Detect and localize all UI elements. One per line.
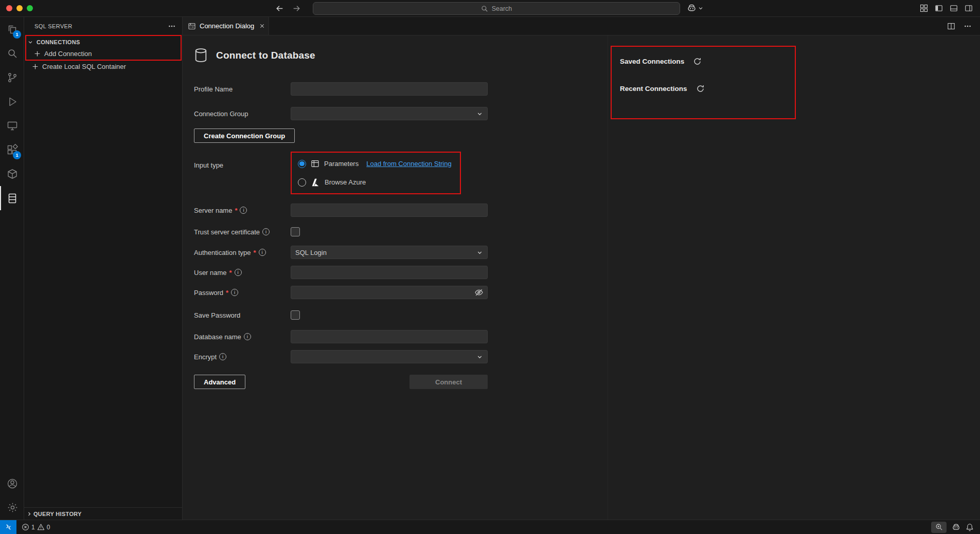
copilot-icon[interactable] (952, 523, 960, 531)
create-connection-group-row: Create Connection Group (194, 128, 608, 143)
chevron-down-icon (476, 354, 483, 360)
dropdown-value: SQL Login (295, 249, 476, 256)
close-window-button[interactable] (6, 5, 12, 11)
bell-icon[interactable] (966, 523, 974, 531)
create-connection-group-button[interactable]: Create Connection Group (194, 128, 295, 143)
required-marker: * (226, 289, 228, 297)
minimize-window-button[interactable] (16, 5, 23, 11)
database-name-input[interactable] (291, 330, 488, 343)
info-icon[interactable]: i (262, 228, 270, 235)
close-icon[interactable] (258, 22, 266, 30)
history-navigation (275, 4, 301, 13)
advanced-button[interactable]: Advanced (194, 375, 245, 389)
connection-form: Connect to Database Profile Name Connect… (183, 35, 608, 520)
profile-name-input[interactable] (291, 82, 488, 96)
server-name-row: Server name * i (194, 204, 608, 217)
info-icon[interactable]: i (259, 249, 266, 256)
run-debug-activity-button[interactable] (0, 89, 24, 114)
server-name-input[interactable] (291, 204, 488, 217)
warning-icon (37, 523, 45, 531)
search-icon (481, 5, 488, 12)
save-password-checkbox[interactable] (291, 310, 300, 320)
zoom-button[interactable] (931, 522, 947, 533)
more-actions-icon[interactable] (964, 22, 972, 30)
more-actions-icon[interactable] (168, 22, 176, 30)
forward-icon[interactable] (292, 4, 301, 13)
info-icon[interactable]: i (219, 353, 226, 360)
authentication-type-row: Authentication type * i SQL Login (194, 246, 608, 259)
settings-activity-button[interactable] (0, 495, 24, 520)
browse-azure-option-row: Browse Azure (298, 175, 454, 189)
info-icon[interactable]: i (231, 289, 238, 296)
explorer-activity-button[interactable]: 1 (0, 17, 24, 41)
toggle-panel-icon[interactable] (950, 4, 958, 12)
database-icon (194, 48, 208, 63)
error-count: 1 (31, 524, 35, 531)
back-icon[interactable] (275, 4, 284, 13)
search-label: Search (492, 5, 512, 12)
trust-server-certificate-checkbox[interactable] (291, 227, 300, 236)
connections-section-header[interactable]: CONNECTIONS (26, 36, 181, 48)
extensions-activity-button[interactable]: 1 (0, 138, 24, 162)
sql-server-activity-button[interactable] (0, 186, 24, 210)
remote-indicator[interactable] (0, 520, 16, 534)
connection-group-row: Connection Group (194, 107, 608, 120)
query-history-section-header[interactable]: QUERY HISTORY (24, 507, 182, 520)
recent-connections-title: Recent Connections (620, 85, 687, 93)
connection-group-dropdown[interactable] (291, 107, 488, 120)
split-editor-icon[interactable] (947, 22, 955, 30)
refresh-icon[interactable] (696, 84, 705, 93)
info-icon[interactable]: i (244, 333, 251, 340)
refresh-icon[interactable] (693, 57, 702, 66)
save-password-label: Save Password (194, 311, 240, 319)
authentication-type-dropdown[interactable]: SQL Login (291, 246, 488, 259)
eye-off-icon[interactable] (474, 288, 484, 297)
plus-icon (33, 50, 41, 58)
info-icon[interactable]: i (235, 269, 242, 276)
extensions-badge: 1 (13, 151, 21, 159)
toggle-secondary-sidebar-icon[interactable] (965, 4, 973, 12)
saved-connections-header: Saved Connections (620, 53, 795, 69)
connection-dialog-content: Connect to Database Profile Name Connect… (183, 35, 980, 520)
trust-server-certificate-label: Trust server certificate (194, 228, 260, 236)
maximize-window-button[interactable] (27, 5, 33, 11)
toggle-primary-sidebar-icon[interactable] (935, 4, 943, 12)
remote-explorer-activity-button[interactable] (0, 114, 24, 138)
copilot-menu-button[interactable] (687, 3, 704, 13)
application-window: Search 1 (0, 0, 980, 534)
info-icon[interactable]: i (240, 207, 247, 214)
input-type-row: Input type Parameters Load from Connecti… (194, 152, 608, 194)
required-marker: * (235, 207, 237, 214)
chevron-right-icon (26, 511, 32, 517)
browse-azure-radio[interactable] (298, 178, 306, 187)
load-from-connection-string-link[interactable]: Load from Connection String (366, 160, 451, 168)
connect-button[interactable]: Connect (409, 375, 488, 389)
password-input[interactable] (291, 286, 488, 299)
sidebar: SQL SERVER CONNECTIONS Add Connection Cr… (24, 17, 183, 520)
editor-tab-bar: Connection Dialog (183, 17, 980, 35)
input-type-label: Input type (194, 161, 223, 169)
parameters-radio[interactable] (298, 160, 306, 168)
warning-count: 0 (47, 524, 50, 531)
required-marker: * (254, 249, 256, 256)
search-activity-button[interactable] (0, 41, 24, 65)
recent-connections-header: Recent Connections (620, 81, 795, 96)
source-control-activity-button[interactable] (0, 65, 24, 89)
accounts-activity-button[interactable] (0, 471, 24, 495)
user-name-input[interactable] (291, 266, 488, 279)
add-connection-item[interactable]: Add Connection (26, 48, 181, 59)
problems-indicator[interactable]: 1 0 (16, 523, 55, 531)
annotation-box-saved-recent: Saved Connections Recent Connections (611, 46, 796, 119)
containers-activity-button[interactable] (0, 162, 24, 186)
connections-section-label: CONNECTIONS (37, 39, 80, 45)
search-box[interactable]: Search (313, 2, 680, 15)
tab-connection-dialog[interactable]: Connection Dialog (183, 17, 269, 35)
parameters-option-row: Parameters Load from Connection String (298, 157, 454, 171)
create-local-sql-container-item[interactable]: Create Local SQL Container (24, 61, 182, 72)
workbench: 1 1 (0, 17, 980, 520)
dialog-heading: Connect to Database (194, 48, 608, 63)
user-name-row: User name * i (194, 266, 608, 279)
customize-layout-icon[interactable] (920, 4, 928, 12)
encrypt-dropdown[interactable] (291, 350, 488, 363)
add-connection-label: Add Connection (44, 50, 92, 58)
